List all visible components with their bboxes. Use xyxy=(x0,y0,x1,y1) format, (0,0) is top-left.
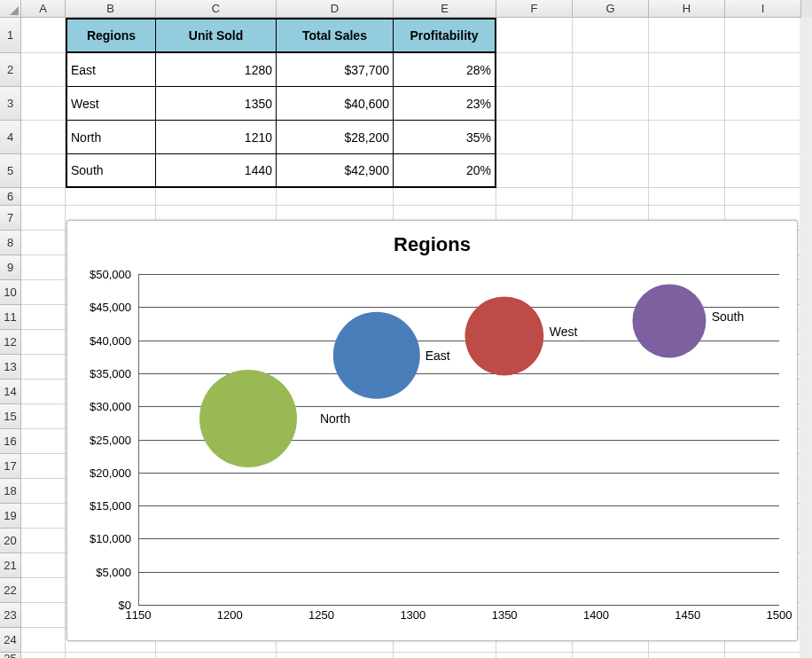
cell[interactable] xyxy=(649,87,725,121)
cell[interactable] xyxy=(21,305,66,330)
row-header[interactable]: 14 xyxy=(0,380,21,404)
table-data-cell[interactable]: 1280 xyxy=(156,53,277,87)
cell[interactable] xyxy=(21,504,66,529)
row-header[interactable]: 23 xyxy=(0,603,21,628)
cell[interactable] xyxy=(496,87,573,121)
table-data-cell[interactable]: South xyxy=(66,154,156,188)
cell[interactable] xyxy=(156,653,277,658)
column-header[interactable]: I xyxy=(725,0,801,18)
chart-bubble[interactable] xyxy=(632,284,706,357)
row-header[interactable]: 20 xyxy=(0,529,21,553)
cell[interactable] xyxy=(496,53,573,87)
cell[interactable] xyxy=(21,578,66,603)
cell[interactable] xyxy=(394,653,496,658)
cell[interactable] xyxy=(21,188,66,206)
row-header[interactable]: 2 xyxy=(0,53,21,87)
cell[interactable] xyxy=(649,53,725,87)
cell[interactable] xyxy=(21,53,66,87)
table-data-cell[interactable]: 1210 xyxy=(156,121,277,154)
cell[interactable] xyxy=(725,154,801,188)
cell[interactable] xyxy=(649,154,725,188)
table-data-cell[interactable]: 28% xyxy=(394,53,496,87)
chart-bubble[interactable] xyxy=(465,297,544,376)
cell[interactable] xyxy=(496,18,573,53)
row-header[interactable]: 8 xyxy=(0,231,21,255)
cell[interactable] xyxy=(21,255,66,280)
row-header[interactable]: 1 xyxy=(0,18,21,53)
column-header[interactable]: G xyxy=(573,0,649,18)
row-header[interactable]: 12 xyxy=(0,330,21,355)
cell[interactable] xyxy=(277,188,394,206)
cell[interactable] xyxy=(573,18,649,53)
cell[interactable] xyxy=(496,188,573,206)
vertical-scrollbar[interactable] xyxy=(800,18,812,658)
cell[interactable] xyxy=(573,154,649,188)
row-header[interactable]: 19 xyxy=(0,504,21,529)
cell[interactable] xyxy=(21,653,66,658)
row-header[interactable]: 4 xyxy=(0,121,21,154)
table-data-cell[interactable]: 1440 xyxy=(156,154,277,188)
cell[interactable] xyxy=(21,280,66,305)
cell[interactable] xyxy=(573,53,649,87)
row-header[interactable]: 22 xyxy=(0,578,21,603)
chart-bubble[interactable] xyxy=(332,312,419,399)
cell[interactable] xyxy=(66,188,156,206)
cell[interactable] xyxy=(649,18,725,53)
table-data-cell[interactable]: 35% xyxy=(394,121,496,154)
chart-data-label[interactable]: South xyxy=(712,309,745,324)
cell[interactable] xyxy=(725,188,801,206)
cell[interactable] xyxy=(725,121,801,154)
table-data-cell[interactable]: West xyxy=(66,87,156,121)
cell[interactable] xyxy=(21,206,66,231)
cell[interactable] xyxy=(649,188,725,206)
table-header-cell[interactable]: Total Sales xyxy=(277,18,394,53)
cell[interactable] xyxy=(21,18,66,53)
cell[interactable] xyxy=(21,479,66,504)
row-header[interactable]: 10 xyxy=(0,280,21,305)
cell[interactable] xyxy=(21,355,66,380)
select-all-corner[interactable] xyxy=(0,0,21,18)
cell[interactable] xyxy=(21,628,66,653)
row-header[interactable]: 24 xyxy=(0,628,21,653)
column-header[interactable]: H xyxy=(649,0,725,18)
row-header[interactable]: 5 xyxy=(0,154,21,188)
cell[interactable] xyxy=(21,231,66,255)
cell[interactable] xyxy=(573,653,649,658)
table-data-cell[interactable]: 20% xyxy=(394,154,496,188)
cell[interactable] xyxy=(21,330,66,355)
column-header[interactable]: B xyxy=(66,0,156,18)
row-header[interactable]: 15 xyxy=(0,404,21,429)
table-data-cell[interactable]: 23% xyxy=(394,87,496,121)
cell[interactable] xyxy=(21,121,66,154)
column-header[interactable]: F xyxy=(496,0,573,18)
table-data-cell[interactable]: $28,200 xyxy=(277,121,394,154)
column-header[interactable]: C xyxy=(156,0,277,18)
cell[interactable] xyxy=(725,653,801,658)
column-header[interactable]: D xyxy=(277,0,394,18)
row-header[interactable]: 11 xyxy=(0,305,21,330)
chart-plot-area[interactable]: $0$5,000$10,000$15,000$20,000$25,000$30,… xyxy=(138,274,779,605)
row-header[interactable]: 9 xyxy=(0,255,21,280)
chart-data-label[interactable]: West xyxy=(550,325,578,339)
cell[interactable] xyxy=(496,653,573,658)
table-data-cell[interactable]: East xyxy=(66,53,156,87)
cell[interactable] xyxy=(21,380,66,404)
chart-data-label[interactable]: East xyxy=(426,349,450,363)
row-header[interactable]: 6 xyxy=(0,188,21,206)
row-header[interactable]: 25 xyxy=(0,653,21,658)
cell[interactable] xyxy=(21,603,66,628)
cell[interactable] xyxy=(21,429,66,454)
cell[interactable] xyxy=(573,121,649,154)
cell[interactable] xyxy=(394,188,496,206)
cell[interactable] xyxy=(496,154,573,188)
cell[interactable] xyxy=(156,188,277,206)
cell[interactable] xyxy=(21,404,66,429)
table-data-cell[interactable]: North xyxy=(66,121,156,154)
row-header[interactable]: 7 xyxy=(0,206,21,231)
row-header[interactable]: 21 xyxy=(0,553,21,578)
cell[interactable] xyxy=(725,18,801,53)
cell[interactable] xyxy=(21,454,66,479)
table-header-cell[interactable]: Unit Sold xyxy=(156,18,277,53)
table-data-cell[interactable]: $40,600 xyxy=(277,87,394,121)
chart-data-label[interactable]: North xyxy=(320,411,350,426)
